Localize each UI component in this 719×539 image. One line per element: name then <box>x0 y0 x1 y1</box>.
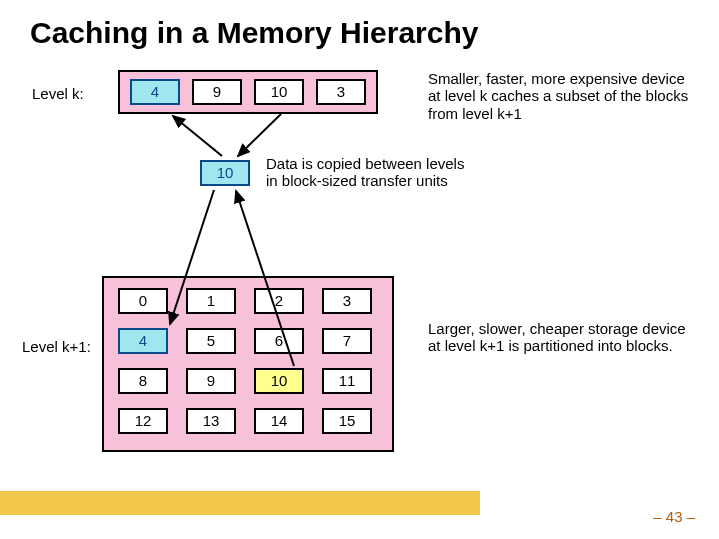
level-k1-cell: 2 <box>254 288 304 314</box>
level-k-description: Smaller, faster, more expensive device a… <box>428 70 698 122</box>
level-k1-label: Level k+1: <box>22 338 91 355</box>
footer-band <box>0 491 480 515</box>
level-k1-cell: 3 <box>322 288 372 314</box>
level-k-cell: 4 <box>130 79 180 105</box>
level-k-cell: 3 <box>316 79 366 105</box>
level-k-cell: 10 <box>254 79 304 105</box>
slide-title: Caching in a Memory Hierarchy <box>30 16 478 50</box>
level-k1-cell: 0 <box>118 288 168 314</box>
level-k1-description: Larger, slower, cheaper storage device a… <box>428 320 698 355</box>
transfer-description: Data is copied between levels in block-s… <box>266 155 466 190</box>
level-k1-cell: 12 <box>118 408 168 434</box>
level-k1-cell: 5 <box>186 328 236 354</box>
svg-line-1 <box>173 116 222 156</box>
level-k1-cell: 13 <box>186 408 236 434</box>
level-k1-cell: 7 <box>322 328 372 354</box>
level-k1-cell: 14 <box>254 408 304 434</box>
transfer-cell: 10 <box>200 160 250 186</box>
level-k1-cell: 11 <box>322 368 372 394</box>
level-k1-cell: 10 <box>254 368 304 394</box>
level-k1-cell: 1 <box>186 288 236 314</box>
level-k-label: Level k: <box>32 85 84 102</box>
level-k1-cell: 6 <box>254 328 304 354</box>
level-k1-cell: 8 <box>118 368 168 394</box>
level-k1-cell: 4 <box>118 328 168 354</box>
page-number: – 43 – <box>653 508 695 525</box>
level-k-cell: 9 <box>192 79 242 105</box>
svg-line-0 <box>238 114 281 156</box>
level-k1-cell: 15 <box>322 408 372 434</box>
level-k1-cell: 9 <box>186 368 236 394</box>
